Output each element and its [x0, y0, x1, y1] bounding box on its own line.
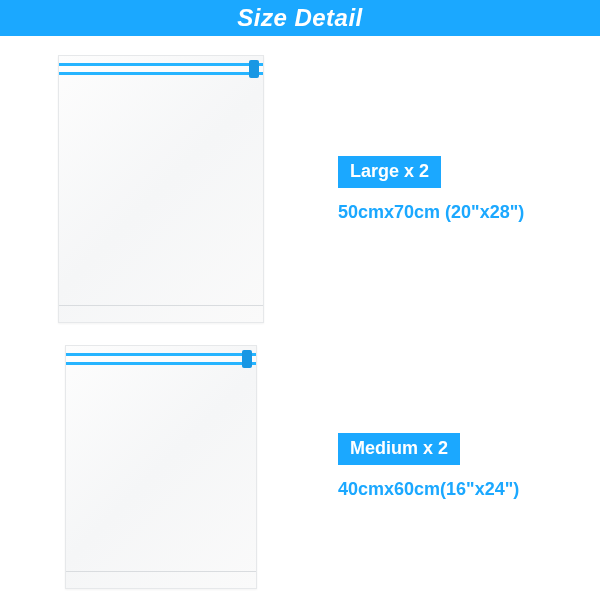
size-badge-medium: Medium x 2 — [338, 433, 460, 465]
size-detail-banner: Size Detail — [0, 0, 600, 36]
info-medium: Medium x 2 40cmx60cm(16"x24") — [310, 433, 600, 500]
zipper-icon — [66, 353, 256, 365]
content-area: Large x 2 50cmx70cm (20"x28") Medium x 2… — [0, 36, 600, 599]
bag-seam-icon — [66, 571, 256, 572]
dimensions-large: 50cmx70cm (20"x28") — [338, 202, 600, 223]
zipper-icon — [59, 63, 263, 75]
zipper-slider-icon — [242, 350, 252, 368]
vacuum-bag-icon — [58, 55, 264, 323]
vacuum-bag-icon — [65, 345, 257, 589]
info-large: Large x 2 50cmx70cm (20"x28") — [310, 156, 600, 223]
size-badge-large: Large x 2 — [338, 156, 441, 188]
size-row-large: Large x 2 50cmx70cm (20"x28") — [0, 44, 600, 334]
bag-seam-icon — [59, 305, 263, 306]
bag-image-large — [0, 55, 310, 323]
zipper-slider-icon — [249, 60, 259, 78]
banner-title: Size Detail — [237, 4, 363, 32]
dimensions-medium: 40cmx60cm(16"x24") — [338, 479, 600, 500]
size-row-medium: Medium x 2 40cmx60cm(16"x24") — [0, 334, 600, 599]
bag-image-medium — [0, 345, 310, 589]
